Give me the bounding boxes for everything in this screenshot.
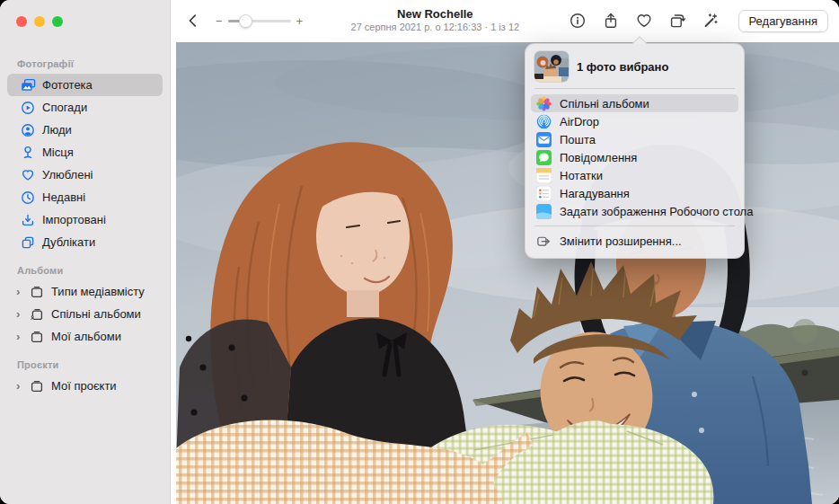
share-button[interactable] bbox=[601, 11, 621, 31]
selection-count-label: 1 фото вибрано bbox=[577, 60, 668, 74]
sidebar-item-label: Мої проєкти bbox=[51, 379, 117, 393]
favorite-button[interactable] bbox=[634, 11, 654, 31]
share-item-desktop-picture[interactable]: Задати зображення Робочого стола bbox=[531, 202, 738, 220]
zoom-button[interactable] bbox=[52, 16, 63, 27]
share-item-messages[interactable]: Повідомлення bbox=[531, 148, 738, 166]
extensions-icon bbox=[536, 234, 552, 249]
disclosure-chevron-icon[interactable]: › bbox=[16, 308, 27, 320]
share-item-label: Повідомлення bbox=[560, 151, 637, 164]
media-types-album-icon bbox=[29, 284, 45, 299]
info-button[interactable] bbox=[568, 11, 587, 31]
sidebar-item-places[interactable]: Місця bbox=[7, 141, 163, 164]
zoom-slider-thumb[interactable] bbox=[239, 14, 252, 28]
share-item-label: Пошта bbox=[560, 133, 596, 146]
memories-icon bbox=[20, 100, 36, 115]
minimize-button[interactable] bbox=[34, 16, 45, 27]
close-button[interactable] bbox=[16, 16, 27, 27]
sidebar-item-label: Фототека bbox=[42, 78, 93, 92]
photo-library-icon bbox=[20, 77, 36, 93]
popover-header: 1 фото вибрано bbox=[525, 44, 744, 88]
my-albums-icon bbox=[29, 329, 45, 344]
sidebar-item-my-projects[interactable]: › Мої проєкти bbox=[7, 375, 163, 397]
share-item-label: Змінити розширення... bbox=[560, 234, 682, 248]
favorites-heart-icon bbox=[20, 167, 36, 182]
back-button[interactable] bbox=[183, 11, 203, 31]
disclosure-chevron-icon[interactable]: › bbox=[16, 380, 27, 392]
rotate-button[interactable] bbox=[667, 11, 687, 31]
share-item-label: Спільні альбоми bbox=[560, 97, 649, 111]
sidebar-item-memories[interactable]: Спогади bbox=[7, 96, 163, 119]
shared-albums-icon bbox=[29, 306, 45, 322]
sidebar-item-favorites[interactable]: Улюблені bbox=[7, 164, 163, 186]
sidebar-item-people[interactable]: Люди bbox=[7, 119, 163, 141]
sidebar-item-label: Імпортовані bbox=[42, 213, 106, 226]
share-item-label: Задати зображення Робочого стола bbox=[560, 205, 753, 218]
sidebar-section-albums: Альбоми bbox=[17, 265, 170, 276]
photos-app-window: Фотографії Фототека Спогади bbox=[0, 0, 839, 504]
zoom-out-label[interactable]: − bbox=[216, 14, 223, 28]
share-item-label: Нагадування bbox=[560, 187, 630, 200]
sidebar-item-library[interactable]: Фототека bbox=[7, 74, 163, 96]
share-item-airdrop[interactable]: AirDrop bbox=[531, 112, 738, 130]
window-controls bbox=[16, 16, 63, 27]
sidebar-item-imports[interactable]: Імпортовані bbox=[7, 208, 163, 231]
sidebar-item-label: Люди bbox=[42, 123, 72, 137]
zoom-slider-track[interactable] bbox=[228, 20, 291, 22]
mail-icon bbox=[536, 132, 552, 147]
sidebar-item-label: Мої альбоми bbox=[51, 330, 121, 343]
sidebar-item-label: Спільні альбоми bbox=[51, 307, 141, 321]
share-popover: 1 фото вибрано bbox=[525, 43, 745, 259]
people-icon bbox=[20, 122, 36, 137]
enhance-button[interactable] bbox=[701, 11, 720, 31]
disclosure-chevron-icon[interactable]: › bbox=[16, 331, 27, 342]
share-item-reminders[interactable]: Нагадування bbox=[531, 184, 738, 202]
duplicates-icon bbox=[20, 234, 36, 250]
desktop-picture-icon bbox=[536, 204, 552, 219]
page-title: New Rochelle bbox=[397, 7, 473, 22]
sidebar-item-label: Типи медіавмісту bbox=[51, 285, 145, 298]
sidebar-item-label: Недавні bbox=[42, 190, 85, 204]
photo-date-subtitle: 27 серпня 2021 р. о 12:16:33 · 1 із 12 bbox=[351, 22, 520, 34]
selected-photo-thumbnail bbox=[534, 51, 569, 82]
sidebar-section-projects: Проєкти bbox=[17, 359, 170, 370]
sidebar-item-media-types[interactable]: › Типи медіавмісту bbox=[7, 280, 163, 303]
popover-arrow bbox=[631, 36, 647, 44]
notes-icon bbox=[536, 168, 552, 183]
sidebar-section-photos: Фотографії bbox=[17, 58, 170, 69]
places-icon bbox=[20, 145, 36, 160]
sidebar-item-label: Дублікати bbox=[42, 235, 95, 249]
sidebar: Фотографії Фототека Спогади bbox=[0, 0, 171, 504]
zoom-slider[interactable]: − + bbox=[216, 14, 303, 28]
share-item-label: Нотатки bbox=[560, 169, 603, 182]
my-projects-icon bbox=[29, 378, 45, 393]
airdrop-icon bbox=[536, 114, 552, 129]
title-block: New Rochelle 27 серпня 2021 р. о 12:16:3… bbox=[303, 7, 567, 34]
sidebar-item-recents[interactable]: Недавні bbox=[7, 186, 163, 208]
sidebar-item-label: Спогади bbox=[42, 101, 87, 114]
toolbar: − + New Rochelle 27 серпня 2021 р. о 12:… bbox=[171, 0, 839, 41]
zoom-in-label[interactable]: + bbox=[296, 14, 304, 28]
share-item-label: AirDrop bbox=[560, 115, 599, 128]
share-item-shared-albums[interactable]: Спільні альбоми bbox=[531, 94, 738, 112]
share-item-notes[interactable]: Нотатки bbox=[531, 166, 738, 184]
edit-button[interactable]: Редагування bbox=[738, 10, 829, 32]
messages-icon bbox=[536, 150, 552, 165]
disclosure-chevron-icon[interactable]: › bbox=[16, 286, 27, 297]
share-item-edit-extensions[interactable]: Змінити розширення... bbox=[531, 232, 738, 250]
sidebar-item-my-albums[interactable]: › Мої альбоми bbox=[7, 325, 163, 348]
sidebar-item-label: Улюблені bbox=[42, 168, 93, 181]
photos-app-icon bbox=[536, 96, 552, 111]
recents-clock-icon bbox=[20, 190, 36, 205]
sidebar-item-duplicates[interactable]: Дублікати bbox=[7, 231, 163, 253]
sidebar-item-shared-albums[interactable]: › Спільні альбоми bbox=[7, 303, 163, 325]
imports-tray-icon bbox=[20, 212, 36, 227]
reminders-icon bbox=[536, 186, 552, 201]
sidebar-item-label: Місця bbox=[42, 146, 74, 159]
share-item-mail[interactable]: Пошта bbox=[531, 130, 738, 148]
